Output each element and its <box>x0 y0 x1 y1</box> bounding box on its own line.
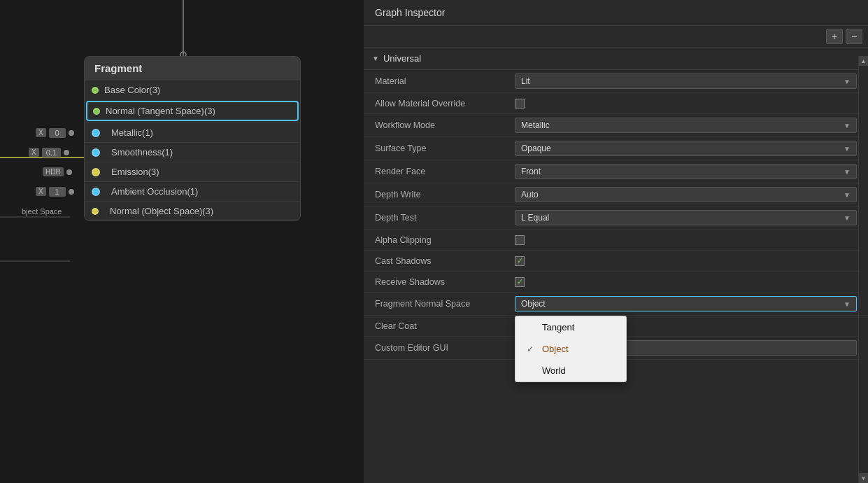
property-row-render-face: Render Face Front ▼ <box>364 160 868 183</box>
dropdown-fragment-normal-space[interactable]: Object ▼ <box>515 296 857 312</box>
popup-option-object[interactable]: ✓ Object <box>515 338 626 360</box>
dropdown-surface-type[interactable]: Opaque ▼ <box>515 141 857 156</box>
prop-label-custom-editor-gui: Custom Editor GUI <box>375 343 515 353</box>
dot-normal-object <box>92 208 99 215</box>
dot-emission <box>92 168 100 176</box>
fragment-row-metallic[interactable]: X 0 Metallic(1) <box>85 122 300 142</box>
property-row-cast-shadows: Cast Shadows ✓ <box>364 251 868 272</box>
dot-smoothness <box>92 148 100 157</box>
fragment-title: Fragment <box>94 62 142 74</box>
emission-hdr-badge: HDR <box>43 167 64 176</box>
popup-option-world[interactable]: World <box>515 360 626 382</box>
label-normal-object: Normal (Object Space)(3) <box>110 206 213 216</box>
fragment-row-ambient-occlusion[interactable]: X 1 Ambient Occlusion(1) <box>85 181 300 201</box>
dropdown-workflow-mode[interactable]: Metallic ▼ <box>515 118 857 133</box>
triangle-icon: ▼ <box>372 55 379 62</box>
prop-control-workflow-mode: Metallic ▼ <box>515 118 857 133</box>
property-row-alpha-clipping: Alpha Clipping <box>364 230 868 251</box>
emission-dot-right <box>66 169 72 175</box>
smoothness-dot-right <box>64 150 69 155</box>
fragment-row-normal-object[interactable]: bject Space Normal (Object Space)(3) <box>85 201 300 220</box>
fragment-header: Fragment <box>85 57 300 80</box>
fragment-row-normal-tangent[interactable]: Normal (Tangent Space)(3) <box>86 101 299 121</box>
prop-control-fragment-normal-space: Object ▼ Tangent ✓ Object World <box>515 296 857 312</box>
fragment-row-base-color[interactable]: Base Color(3) <box>85 80 300 99</box>
checkbox-alpha-clipping[interactable] <box>515 235 525 245</box>
dropdown-surface-type-value: Opaque <box>521 144 551 153</box>
toolbar-bar: + − <box>364 26 868 48</box>
dropdown-render-face-value: Front <box>521 167 541 176</box>
dropdown-surface-type-arrow: ▼ <box>844 145 851 153</box>
object-space-label: bject Space <box>22 207 62 216</box>
metallic-x-badge: X <box>36 128 46 137</box>
dropdown-render-face[interactable]: Front ▼ <box>515 164 857 179</box>
section-universal-header: ▼ Universal <box>364 48 868 70</box>
property-row-allow-material-override: Allow Material Override <box>364 93 868 114</box>
prop-label-alpha-clipping: Alpha Clipping <box>375 235 515 245</box>
metallic-value: 0 <box>49 128 66 138</box>
prop-control-render-face: Front ▼ <box>515 164 857 179</box>
prop-control-cast-shadows: ✓ <box>515 256 857 266</box>
prop-label-depth-test: Depth Test <box>375 213 515 223</box>
label-emission: Emission(3) <box>111 167 159 177</box>
smoothness-left-connector: X 0.1 <box>29 148 69 158</box>
dropdown-depth-write-value: Auto <box>521 190 539 200</box>
prop-control-allow-material-override <box>515 99 857 108</box>
dropdown-material-arrow: ▼ <box>844 78 851 85</box>
prop-control-receive-shadows: ✓ <box>515 277 857 287</box>
popup-label-world: World <box>542 365 566 376</box>
property-row-material: Material Lit ▼ <box>364 70 868 93</box>
prop-label-render-face: Render Face <box>375 167 515 176</box>
metallic-left-connector: X 0 <box>36 128 74 138</box>
dropdown-depth-write[interactable]: Auto ▼ <box>515 187 857 202</box>
right-panel: Graph Inspector + − ▼ Universal Material… <box>364 0 868 483</box>
dot-normal-tangent <box>93 108 100 115</box>
prop-label-fragment-normal-space: Fragment Normal Space <box>375 299 515 309</box>
label-ao: Ambient Occlusion(1) <box>111 186 198 197</box>
fragment-row-emission[interactable]: HDR Emission(3) <box>85 162 300 181</box>
label-smoothness: Smoothness(1) <box>111 147 173 158</box>
ao-dot-right <box>69 189 74 195</box>
prop-label-depth-write: Depth Write <box>375 190 515 200</box>
label-base-color: Base Color(3) <box>104 85 160 95</box>
dropdown-material[interactable]: Lit ▼ <box>515 74 857 89</box>
dot-base-color <box>92 87 99 94</box>
dropdown-depth-test-value: L Equal <box>521 213 549 223</box>
dropdown-workflow-mode-value: Metallic <box>521 120 550 130</box>
remove-button[interactable]: − <box>846 29 862 44</box>
fragment-normal-space-popup: Tangent ✓ Object World <box>515 316 627 382</box>
dot-ao <box>92 188 100 196</box>
right-scrollbar: ▲ ▼ <box>858 56 868 483</box>
ao-x-badge: X <box>36 187 46 196</box>
inspector-header: Graph Inspector <box>364 0 868 26</box>
property-row-receive-shadows: Receive Shadows ✓ <box>364 272 868 293</box>
smoothness-value: 0.1 <box>42 148 61 158</box>
popup-label-tangent: Tangent <box>542 322 574 332</box>
checkbox-receive-shadows[interactable]: ✓ <box>515 277 525 287</box>
prop-label-cast-shadows: Cast Shadows <box>375 256 515 266</box>
prop-label-receive-shadows: Receive Shadows <box>375 277 515 287</box>
left-panel: Fragment Base Color(3) Normal (Tangent S… <box>0 0 364 483</box>
dropdown-depth-write-arrow: ▼ <box>844 191 851 199</box>
smoothness-x-badge: X <box>29 148 39 157</box>
dropdown-material-value: Lit <box>521 76 530 86</box>
checkbox-cast-shadows[interactable]: ✓ <box>515 256 525 266</box>
scroll-track <box>859 66 868 473</box>
scroll-down-button[interactable]: ▼ <box>859 473 868 483</box>
popup-checkmark-object: ✓ <box>527 344 536 354</box>
popup-option-tangent[interactable]: Tangent <box>515 316 626 338</box>
prop-control-depth-test: L Equal ▼ <box>515 210 857 225</box>
prop-label-material: Material <box>375 76 515 86</box>
add-button[interactable]: + <box>826 29 843 44</box>
ao-left-connector: X 1 <box>36 187 74 197</box>
inspector-body[interactable]: ▼ Universal Material Lit ▼ Allow Materia… <box>364 48 868 483</box>
fragment-row-smoothness[interactable]: X 0.1 Smoothness(1) <box>85 142 300 162</box>
emission-left-connector: HDR <box>43 167 72 176</box>
prop-control-material: Lit ▼ <box>515 74 857 89</box>
checkbox-allow-material-override[interactable] <box>515 99 525 108</box>
scroll-up-button[interactable]: ▲ <box>859 56 868 66</box>
prop-control-alpha-clipping <box>515 235 857 245</box>
metallic-dot-right <box>69 130 74 136</box>
dropdown-workflow-mode-arrow: ▼ <box>844 122 851 130</box>
dropdown-depth-test[interactable]: L Equal ▼ <box>515 210 857 225</box>
